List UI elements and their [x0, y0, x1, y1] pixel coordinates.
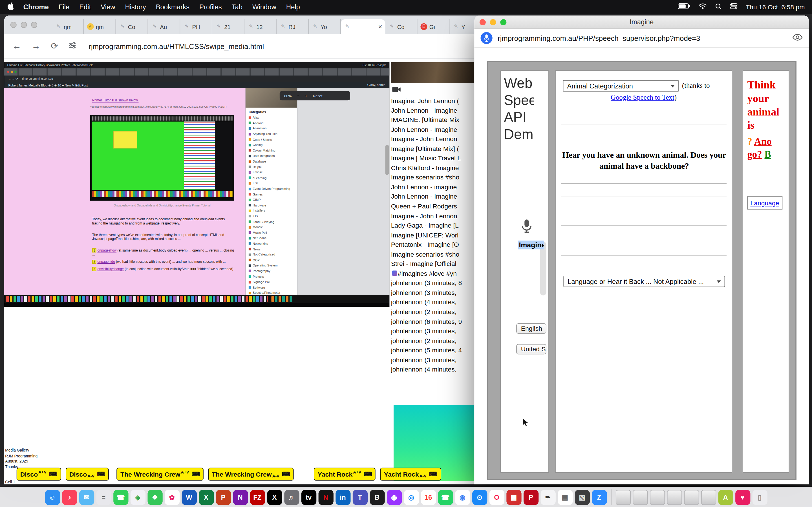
video-list-item[interactable]: johnlennon (3 minutes,: [391, 288, 474, 298]
dock-icon[interactable]: Z: [592, 490, 606, 504]
dock-icon[interactable]: O: [489, 490, 504, 504]
category-item[interactable]: Coding: [249, 142, 294, 148]
browser-tab[interactable]: ✎ Co: [386, 19, 417, 34]
video-list-item[interactable]: johnlennon (3 minutes,: [391, 355, 474, 365]
video-list-item[interactable]: Lady Gaga - Imagine [L: [391, 221, 474, 230]
video-list-item[interactable]: Strei - Imagine [Official: [391, 260, 474, 269]
browser-tab-active[interactable]: ✎ ×: [341, 19, 386, 34]
dock-icon[interactable]: in: [335, 490, 350, 504]
language-hearback-select[interactable]: Language or Hear it Back ... Not Applica…: [563, 276, 725, 287]
microphone-icon[interactable]: [522, 219, 532, 235]
dock-icon[interactable]: ☺: [45, 490, 60, 504]
category-item[interactable]: Spectro/Photometer: [249, 290, 294, 295]
video-list-item[interactable]: johnlennon (6 minutes, 9: [391, 317, 474, 327]
media-gallery-button[interactable]: The Wrecking CrewA-V⌨: [208, 467, 294, 481]
dock-icon[interactable]: W: [182, 490, 197, 504]
category-item[interactable]: Land Surveying: [249, 219, 294, 224]
dock-icon[interactable]: ◉: [455, 490, 470, 504]
animal-categorization-select[interactable]: Animal Categorization: [563, 80, 679, 92]
microphone-permission-icon[interactable]: [480, 32, 492, 44]
video-list-item[interactable]: johnlennon (5 minutes, 4: [391, 346, 474, 355]
browser-tab[interactable]: ✎ 21: [212, 19, 245, 34]
category-item[interactable]: OOP: [249, 258, 294, 263]
back-button[interactable]: ←: [12, 41, 21, 52]
another-go-link[interactable]: Ano: [754, 136, 772, 147]
video-list-item[interactable]: #imagines #love #yn: [391, 269, 474, 279]
dock-minimized-window[interactable]: [615, 490, 630, 504]
dock-icon[interactable]: P: [523, 490, 538, 504]
dock-minimized-window[interactable]: [667, 490, 682, 504]
category-item[interactable]: Colour Matching: [249, 148, 294, 153]
zoom-in-button[interactable]: +: [305, 94, 307, 98]
video-list-item[interactable]: johnlennon (3 minutes,: [391, 327, 474, 336]
browser-tab[interactable]: E Gi: [417, 19, 449, 34]
category-item[interactable]: Anything You Like: [249, 131, 294, 136]
wifi-icon[interactable]: [699, 3, 707, 11]
minimize-window-button[interactable]: [20, 22, 27, 28]
category-item[interactable]: News: [249, 246, 294, 252]
scrollbar-track[interactable]: [540, 242, 546, 295]
menu-item[interactable]: Chrome: [23, 3, 49, 11]
dock-icon[interactable]: 16: [421, 490, 436, 504]
category-item[interactable]: Projects: [249, 274, 294, 279]
tab-close-icon[interactable]: ×: [378, 23, 382, 31]
video-list-item[interactable]: johnlennon (2 minutes,: [391, 307, 474, 317]
video-list-item[interactable]: John Lennon - Imagine: [391, 106, 474, 115]
category-item[interactable]: Android: [249, 120, 294, 126]
category-item[interactable]: Animation: [249, 126, 294, 131]
menubar-clock[interactable]: Thu 16 Oct 6:58 pm: [746, 3, 805, 11]
category-item[interactable]: Delphi: [249, 164, 294, 170]
another-go-link[interactable]: go?: [747, 149, 762, 160]
dock-icon[interactable]: tv: [301, 490, 316, 504]
dock-icon[interactable]: B: [370, 490, 385, 504]
video-list-item[interactable]: johnlennon (4 minutes,: [391, 365, 474, 374]
browser-tab[interactable]: ✎ Au: [148, 19, 180, 34]
dock-icon[interactable]: X: [267, 490, 282, 504]
dock-icon[interactable]: ⊙: [472, 490, 487, 504]
dock-icon[interactable]: ✿: [164, 490, 179, 504]
video-list-item[interactable]: Imagine scenarios #sho: [391, 250, 474, 260]
media-gallery-button[interactable]: The Wrecking CrewA+V⌨: [117, 467, 204, 481]
dock-icon[interactable]: ◈: [130, 490, 145, 504]
close-window-button[interactable]: [479, 19, 486, 25]
google-speech-link[interactable]: Google Speech to Text: [611, 94, 674, 101]
dock-icon[interactable]: ♬: [284, 490, 299, 504]
category-item[interactable]: Music Poll: [249, 230, 294, 235]
video-list-item[interactable]: Imagine [Ultimate Mix] (: [391, 144, 474, 154]
dock-icon[interactable]: N: [318, 490, 333, 504]
video-list-item[interactable]: John Lennon - imagine: [391, 182, 474, 192]
media-gallery-button[interactable]: Yacht RockA-V⌨: [380, 467, 441, 481]
dock-icon[interactable]: ♥: [735, 490, 750, 504]
dock-minimized-window[interactable]: [650, 490, 665, 504]
dock-icon[interactable]: ◉: [387, 490, 402, 504]
category-item[interactable]: Signage Poll: [249, 279, 294, 284]
apple-menu-icon[interactable]: [7, 2, 14, 12]
menu-item[interactable]: History: [125, 3, 146, 11]
category-item[interactable]: GIMP: [249, 197, 294, 203]
control-center-icon[interactable]: [730, 3, 738, 11]
scrollbar-thumb[interactable]: [386, 145, 389, 175]
zoom-out-button[interactable]: −: [297, 94, 299, 98]
media-gallery-button[interactable]: DiscoA-V⌨: [66, 467, 109, 481]
dock-icon[interactable]: ♪: [62, 490, 77, 504]
site-settings-icon[interactable]: [68, 41, 77, 51]
category-item[interactable]: Networking: [249, 241, 294, 246]
zoom-window-button[interactable]: [31, 22, 37, 28]
dock-icon[interactable]: P: [216, 490, 231, 504]
dock-icon[interactable]: ▯: [752, 490, 767, 504]
minimize-window-button[interactable]: [490, 19, 496, 25]
browser-tab[interactable]: ✎ rjm: [52, 19, 84, 34]
dock-icon[interactable]: ☎: [438, 490, 453, 504]
eye-icon[interactable]: [792, 33, 803, 43]
dock-minimized-window[interactable]: [701, 490, 716, 504]
media-gallery-button[interactable]: DiscoA+V⌨: [17, 467, 61, 481]
dock-icon[interactable]: ◎: [404, 490, 419, 504]
browser-tab[interactable]: ✎ Co: [116, 19, 148, 34]
video-list-item[interactable]: Imagine - John Lennon: [391, 135, 474, 144]
dock-icon[interactable]: =: [96, 490, 111, 504]
dock-minimized-window[interactable]: [684, 490, 699, 504]
video-list-item[interactable]: IMAGINE. [Ultimate Mix: [391, 115, 474, 125]
category-item[interactable]: NetBeans: [249, 235, 294, 241]
browser-tab[interactable]: ✎ Yo: [309, 19, 341, 34]
dock-icon[interactable]: ▦: [506, 490, 521, 504]
